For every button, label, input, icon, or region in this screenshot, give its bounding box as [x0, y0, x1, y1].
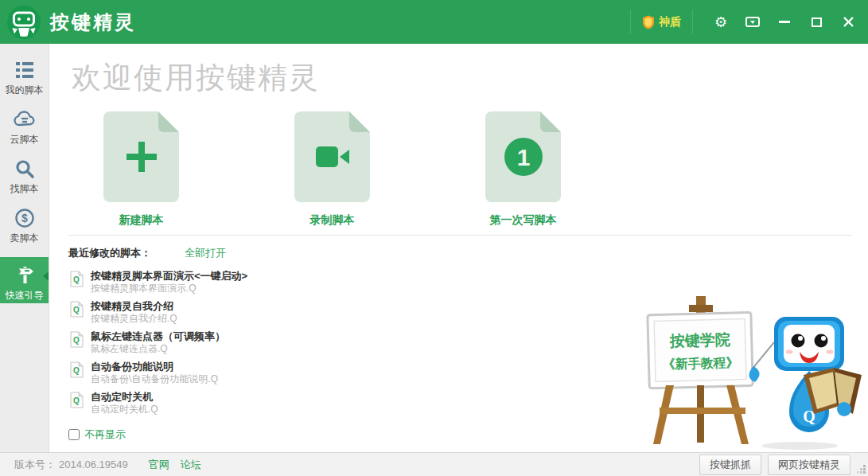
settings-gear-icon[interactable]: ⚙ — [707, 10, 734, 34]
script-path: 按键精灵脚本界面演示.Q — [91, 283, 247, 295]
sidebar-item-find-scripts[interactable]: 找脚本 — [0, 157, 49, 206]
cloud-icon — [13, 107, 37, 131]
number-one-icon: 1 — [504, 137, 543, 177]
svg-text:Q: Q — [73, 306, 80, 314]
script-path: 按键精灵自我介绍.Q — [91, 313, 177, 325]
close-icon — [843, 17, 854, 27]
script-title: 按键精灵脚本界面演示<一键启动> — [91, 270, 247, 283]
record-script-card[interactable]: 录制脚本 — [294, 111, 370, 228]
script-title: 自动备份功能说明 — [91, 361, 218, 373]
sidebar-item-label: 云脚本 — [10, 133, 39, 146]
script-path: 自动定时关机.Q — [91, 404, 158, 416]
sidebar-item-quick-guide[interactable]: 快速引导 — [0, 257, 49, 303]
shield-icon — [642, 15, 655, 29]
q-file-icon: Q — [70, 271, 84, 287]
app-window: 按键精灵 神盾 ⚙ — [0, 0, 868, 476]
camera-icon — [315, 144, 350, 170]
svg-text:$: $ — [21, 212, 28, 224]
close-button[interactable] — [835, 10, 862, 34]
version-value: 2014.06.19549 — [59, 458, 128, 470]
maximize-icon — [812, 18, 822, 27]
board-line1: 按键学院 — [668, 331, 731, 349]
tray-icon — [745, 16, 760, 28]
plus-icon — [123, 139, 160, 175]
list-icon — [14, 58, 35, 82]
script-path: 自动备份\自动备份功能说明.Q — [91, 373, 218, 385]
svg-text:Q: Q — [73, 275, 80, 284]
recent-scripts-section: 最近修改的脚本： 全部打开 Q 按键精灵脚本界面演示<一键启动> 按键精灵脚本界 — [68, 246, 578, 421]
action-label: 新建脚本 — [103, 213, 179, 228]
file-shape — [294, 111, 370, 202]
action-label: 第一次写脚本 — [485, 213, 561, 228]
sidebar-item-cloud-scripts[interactable]: 云脚本 — [0, 107, 49, 157]
dollar-icon: $ — [14, 206, 35, 230]
action-label: 录制脚本 — [294, 213, 370, 228]
list-item[interactable]: Q 自动备份功能说明 自动备份\自动备份功能说明.Q — [68, 361, 578, 385]
recent-header: 最近修改的脚本： — [68, 246, 151, 260]
sidebar-item-label: 找脚本 — [10, 182, 39, 196]
list-item[interactable]: Q 自动定时关机 自动定时关机.Q — [68, 391, 578, 416]
page-title: 欢迎使用按键精灵 — [72, 58, 320, 98]
main-content: 欢迎使用按键精灵 新建脚本 录制脚本 — [49, 44, 868, 452]
script-path: 鼠标左键连点器.Q — [91, 343, 225, 355]
app-title: 按键精灵 — [50, 10, 136, 35]
board-line2: 《新手教程》 — [662, 355, 738, 372]
shield-label: 神盾 — [659, 15, 681, 29]
sidebar-item-label: 快速引导 — [6, 289, 44, 302]
tray-button[interactable] — [739, 10, 766, 34]
script-title: 自动定时关机 — [91, 391, 158, 404]
svg-text:Q: Q — [73, 336, 80, 345]
resize-grip[interactable] — [857, 465, 866, 474]
sidebar-item-my-scripts[interactable]: 我的脚本 — [0, 58, 49, 107]
dont-show-row: 不再显示 — [68, 427, 126, 442]
sidebar-item-label: 我的脚本 — [6, 84, 44, 97]
quick-actions: 新建脚本 录制脚本 1 第一次写脚本 — [103, 111, 561, 228]
forum-link[interactable]: 论坛 — [181, 458, 201, 472]
svg-text:Q: Q — [73, 366, 80, 375]
signpost-icon — [14, 263, 36, 287]
list-item[interactable]: Q 按键精灵脚本界面演示<一键启动> 按键精灵脚本界面演示.Q — [68, 270, 578, 295]
robot-logo-icon — [7, 6, 41, 39]
file-shape — [103, 111, 179, 202]
titlebar: 按键精灵 神盾 ⚙ — [0, 0, 868, 44]
mascot-illustration: 按键学院 《新手教程》 Q — [633, 296, 865, 451]
script-title: 按键精灵自我介绍 — [91, 300, 177, 313]
key-capture-button[interactable]: 按键抓抓 — [699, 455, 761, 475]
script-title: 鼠标左键连点器（可调频率） — [91, 330, 225, 343]
new-script-card[interactable]: 新建脚本 — [103, 111, 179, 228]
web-anjian-button[interactable]: 网页按键精灵 — [768, 455, 850, 475]
sidebar-item-label: 卖脚本 — [10, 232, 39, 245]
statusbar: 版本号：2014.06.19549 官网 论坛 按键抓抓 网页按键精灵 — [0, 452, 868, 476]
official-site-link[interactable]: 官网 — [149, 458, 169, 472]
recent-list: Q 按键精灵脚本界面演示<一键启动> 按键精灵脚本界面演示.Q Q — [68, 270, 578, 416]
file-shape: 1 — [485, 111, 561, 202]
search-icon — [14, 157, 35, 181]
shield-badge[interactable]: 神盾 — [630, 10, 693, 34]
dont-show-checkbox[interactable] — [68, 429, 80, 440]
q-file-icon: Q — [70, 331, 84, 348]
q-file-icon: Q — [70, 392, 84, 408]
minimize-icon — [779, 21, 790, 23]
version-label: 版本号：2014.06.19549 — [14, 458, 128, 472]
sidebar: 我的脚本 云脚本 找脚本 — [0, 44, 49, 452]
section-divider — [68, 235, 852, 236]
minimize-button[interactable] — [771, 10, 798, 34]
active-item-notch — [43, 271, 49, 281]
first-script-card[interactable]: 1 第一次写脚本 — [485, 111, 561, 228]
q-file-icon: Q — [70, 301, 84, 318]
list-item[interactable]: Q 按键精灵自我介绍 按键精灵自我介绍.Q — [68, 300, 578, 325]
list-item[interactable]: Q 鼠标左键连点器（可调频率） 鼠标左键连点器.Q — [68, 330, 578, 355]
svg-text:Q: Q — [73, 396, 80, 405]
maximize-button[interactable] — [803, 10, 830, 34]
open-all-link[interactable]: 全部打开 — [185, 246, 226, 260]
q-file-icon: Q — [70, 361, 84, 378]
svg-text:1: 1 — [516, 144, 530, 170]
sidebar-item-sell-scripts[interactable]: $ 卖脚本 — [0, 206, 49, 256]
dont-show-label[interactable]: 不再显示 — [84, 427, 126, 442]
